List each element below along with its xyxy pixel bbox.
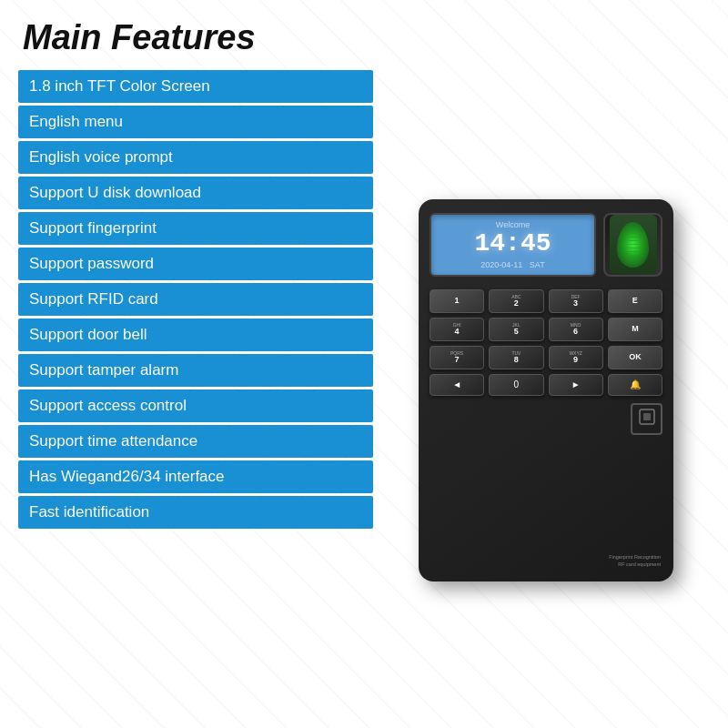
content-area: 1.8 inch TFT Color ScreenEnglish menuEng… bbox=[18, 70, 710, 710]
fp-line bbox=[621, 255, 646, 256]
screen-time: 14:45 bbox=[474, 231, 551, 257]
key-1[interactable]: 1 bbox=[430, 289, 484, 313]
device-screen: Welcome 14:45 2020-04-11 SAT bbox=[430, 213, 596, 277]
rfid-icon bbox=[637, 407, 657, 431]
fingerprint-device: Welcome 14:45 2020-04-11 SAT bbox=[419, 199, 673, 581]
fp-line bbox=[621, 240, 646, 241]
rfid-reader bbox=[631, 403, 662, 435]
page-title: Main Features bbox=[23, 18, 710, 57]
key-7[interactable]: PQRS7 bbox=[430, 346, 484, 369]
key-e[interactable]: E bbox=[608, 289, 662, 313]
fp-sensor bbox=[610, 215, 657, 274]
feature-item-3: Support U disk download bbox=[18, 177, 373, 209]
key-8[interactable]: TUV8 bbox=[489, 346, 543, 369]
feature-item-7: Support door bell bbox=[18, 318, 373, 351]
feature-item-1: English menu bbox=[18, 106, 373, 138]
features-list: 1.8 inch TFT Color ScreenEnglish menuEng… bbox=[18, 70, 373, 710]
keypad-bottom: ◄0►🔔 bbox=[430, 374, 662, 396]
key-nav-►[interactable]: ► bbox=[549, 374, 603, 396]
key-4[interactable]: GHI4 bbox=[430, 318, 484, 341]
key-nav-🔔[interactable]: 🔔 bbox=[608, 374, 662, 396]
main-container: Main Features 1.8 inch TFT Color ScreenE… bbox=[0, 0, 728, 728]
keypad-main: 1ABC2DEF3EGHI4JKL5MNO6MPQRS7TUV8WXYZ9OK bbox=[430, 289, 662, 369]
svg-rect-1 bbox=[643, 413, 651, 420]
fp-line bbox=[621, 251, 646, 252]
keypad-area: 1ABC2DEF3EGHI4JKL5MNO6MPQRS7TUV8WXYZ9OK … bbox=[430, 289, 662, 396]
fp-line bbox=[621, 244, 646, 245]
device-label: Fingerprint Recognition RF card equipmen… bbox=[609, 554, 661, 568]
key-nav-0[interactable]: 0 bbox=[489, 374, 543, 396]
device-image-area: Welcome 14:45 2020-04-11 SAT bbox=[382, 70, 710, 710]
feature-item-2: English voice prompt bbox=[18, 141, 373, 174]
fp-line bbox=[621, 237, 646, 238]
key-nav-◄[interactable]: ◄ bbox=[430, 374, 484, 396]
feature-item-4: Support fingerprint bbox=[18, 212, 373, 245]
fp-lines bbox=[610, 215, 657, 274]
feature-item-10: Support time attendance bbox=[18, 425, 373, 458]
device-top: Welcome 14:45 2020-04-11 SAT bbox=[430, 213, 662, 277]
key-m[interactable]: M bbox=[608, 318, 662, 341]
key-9[interactable]: WXYZ9 bbox=[549, 346, 603, 369]
key-2[interactable]: ABC2 bbox=[489, 289, 543, 313]
feature-item-11: Has Wiegand26/34 interface bbox=[18, 460, 373, 493]
feature-item-0: 1.8 inch TFT Color Screen bbox=[18, 70, 373, 103]
feature-item-6: Support RFID card bbox=[18, 283, 373, 316]
fingerprint-sensor-area bbox=[603, 213, 662, 277]
fp-line bbox=[621, 233, 646, 234]
screen-date: 2020-04-11 SAT bbox=[480, 260, 544, 269]
feature-item-9: Support access control bbox=[18, 389, 373, 422]
feature-item-8: Support tamper alarm bbox=[18, 354, 373, 387]
screen-welcome: Welcome bbox=[496, 220, 530, 229]
key-5[interactable]: JKL5 bbox=[489, 318, 543, 341]
feature-item-5: Support password bbox=[18, 248, 373, 280]
key-ok[interactable]: OK bbox=[608, 346, 662, 369]
fp-line bbox=[621, 248, 646, 248]
key-6[interactable]: MNO6 bbox=[549, 318, 603, 341]
feature-item-12: Fast identification bbox=[18, 496, 373, 529]
key-3[interactable]: DEF3 bbox=[549, 289, 603, 313]
